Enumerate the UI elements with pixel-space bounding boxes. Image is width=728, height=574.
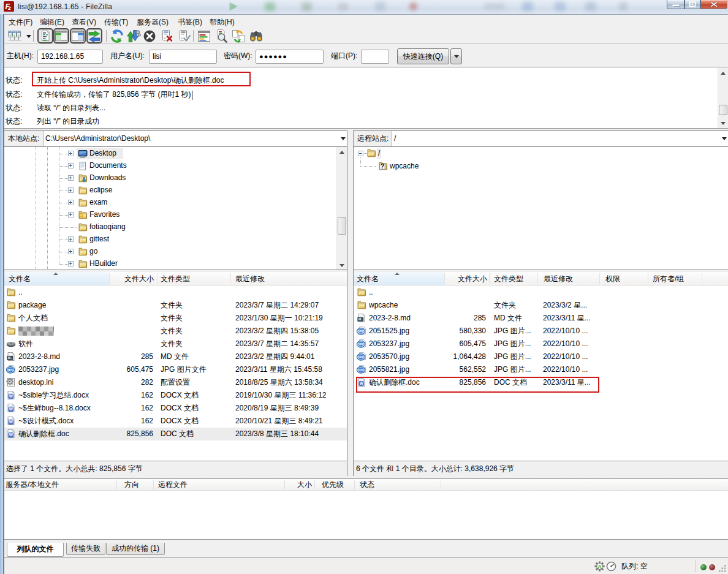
column-resize-handle[interactable] [116,480,117,489]
column-header-owner[interactable]: 所有者/组 [650,272,687,285]
local-site-combobox[interactable]: C:\Users\Administrator\Desktop\ [45,131,150,146]
disconnect-button[interactable] [159,29,174,43]
file-row[interactable]: 2023-2-8.md285MD 文件2023/3/2 星期四 9:44:01 [4,350,347,363]
file-row[interactable]: 2053237.jpg605,475JPG 图片...2022/10/10 ..… [354,338,728,350]
file-row[interactable]: ~$sible学习总结.docx162DOCX 文档2019/10/30 星期三… [4,389,347,402]
scroll-up-button[interactable] [337,147,347,157]
column-resize-handle[interactable] [489,273,490,284]
username-input[interactable]: lisi [149,50,217,64]
column-header-modified[interactable]: 最近修改 [540,272,576,285]
menu-file[interactable]: 文件(F) [4,15,37,29]
log-scrollbar[interactable] [718,68,728,128]
file-row[interactable]: 个人文档文件夹2023/1/30 星期一 10:21:19 [4,312,347,325]
directory-comparison-button[interactable] [214,29,229,43]
minimize-button[interactable] [667,0,684,9]
combo-arrow-icon[interactable] [722,137,727,140]
scrollbar-thumb[interactable] [719,105,727,115]
file-row[interactable]: package文件夹2023/3/7 星期二 14:29:07 [4,299,347,312]
tree-item-label[interactable]: Favorites [88,210,121,220]
column-header-permissions[interactable]: 权限 [602,272,623,285]
file-row[interactable]: .. [4,286,347,299]
file-row[interactable]: 文件夹2023/3/2 星期四 15:38:05 [4,325,347,338]
panel-splitter[interactable] [347,130,353,476]
collapse-icon[interactable] [358,151,363,156]
queue-column-server-local-file[interactable]: 服务器/本地文件 [6,479,59,491]
tree-item-label[interactable]: eclipse [88,185,113,195]
password-input[interactable]: ●●●●●● [256,50,324,64]
column-resize-handle[interactable] [230,273,231,284]
process-queue-button[interactable] [126,29,141,43]
column-resize-handle[interactable] [702,273,702,284]
expand-icon[interactable] [68,249,74,254]
queue-column-size[interactable]: 大小 [284,479,312,491]
file-row[interactable]: 软件文件夹2023/3/7 星期二 14:35:57 [4,338,347,350]
file-row[interactable]: ~$生鲜bug--8.18.docx162DOCX 文档2020/8/19 星期… [4,402,347,415]
column-resize-handle[interactable] [441,480,441,489]
column-resize-handle[interactable] [153,480,154,489]
tree-item-label[interactable]: HBuilder [88,259,119,269]
maximize-button[interactable] [684,0,700,9]
file-row[interactable]: 确认删除框.doc825,856DOC 文档2023/3/8 星期三 18:10… [4,428,347,440]
column-resize-handle[interactable] [648,273,648,284]
file-row[interactable]: ~$设计模式.docx162DOCX 文档2020/10/21 星期三 8:49… [4,415,347,428]
column-header-type[interactable]: 文件类型 [157,272,193,285]
expand-icon[interactable] [68,187,74,193]
cancel-button[interactable] [142,29,157,43]
tree-item-label[interactable]: Documents [88,160,128,171]
queue-column-direction[interactable]: 方向 [124,479,139,491]
expand-icon[interactable] [68,212,74,217]
find-files-button[interactable] [249,29,264,43]
menu-edit[interactable]: 编辑(E) [36,15,69,29]
reconnect-button[interactable] [176,29,191,43]
expand-icon[interactable] [68,151,74,156]
file-row[interactable]: 2053237.jpg605,475JPG 图片文件2023/3/11 星期六 … [4,363,347,376]
column-header-size[interactable]: 文件大小 [109,272,157,285]
remote-site-combobox[interactable]: / [394,131,396,146]
scrollbar-thumb[interactable] [338,217,346,235]
menu-bookmarks[interactable]: 书签(B) [173,15,207,29]
synchronized-browsing-button[interactable] [231,29,246,43]
column-resize-handle[interactable] [599,273,600,284]
column-header-modified[interactable]: 最近修改 [232,272,268,285]
expand-icon[interactable] [68,200,74,205]
close-button[interactable] [700,0,727,9]
scroll-up-button[interactable] [718,68,728,78]
column-header-size[interactable]: 文件大小 [444,272,490,285]
quickconnect-dropdown[interactable] [450,48,462,64]
toggle-local-tree-button[interactable] [53,28,69,43]
column-header-name[interactable]: 文件名 [6,272,34,285]
column-header-type[interactable]: 文件类型 [491,272,526,285]
resize-grip[interactable] [718,564,727,573]
queue-column-remote-file[interactable]: 远程文件 [158,479,188,491]
tab-failed-transfers[interactable]: 传输失败 [66,543,105,555]
expand-icon[interactable] [68,163,74,168]
file-row[interactable]: 2055821.jpg562,552JPG 图片...2022/10/10 ..… [354,363,728,376]
combo-arrow-icon[interactable] [341,137,346,140]
expand-icon[interactable] [68,175,74,181]
expand-icon[interactable] [68,261,74,266]
tree-item-label[interactable]: Downloads [88,173,127,183]
tree-item-label[interactable]: exam [88,197,108,208]
menu-help[interactable]: 帮助(H) [205,15,239,29]
toggle-remote-tree-button[interactable] [70,28,86,43]
toggle-log-view-button[interactable] [37,28,53,43]
host-input[interactable]: 192.168.1.65 [37,50,103,64]
file-row[interactable]: 2051525.jpg580,330JPG 图片...2022/10/10 ..… [354,325,728,338]
file-row[interactable]: 2023-2-8.md285MD 文件2023/3/11 星... [354,312,728,325]
queue-column-priority[interactable]: 优先级 [322,479,344,491]
site-manager-button[interactable] [7,29,22,43]
tree-item-label[interactable]: / [377,148,381,159]
column-resize-handle[interactable] [354,480,355,489]
queue-column-status[interactable]: 状态 [360,479,374,491]
column-resize-handle[interactable] [537,273,538,284]
column-resize-handle[interactable] [314,480,315,489]
tree-item-label[interactable]: go [88,246,99,257]
refresh-button[interactable] [110,29,124,43]
local-tree-scrollbar[interactable] [336,147,347,270]
file-row[interactable]: desktop.ini282配置设置2018/8/25 星期六 13:58:34 [4,376,347,389]
toggle-transfer-queue-button[interactable] [86,28,102,43]
tree-item-label[interactable]: Desktop [88,148,118,159]
tab-queued-files[interactable]: 列队的文件 [7,543,64,557]
expand-icon[interactable] [68,236,74,242]
file-row[interactable]: 2053570.jpg1,064,428JPG 图片...2022/10/10 … [354,350,728,363]
